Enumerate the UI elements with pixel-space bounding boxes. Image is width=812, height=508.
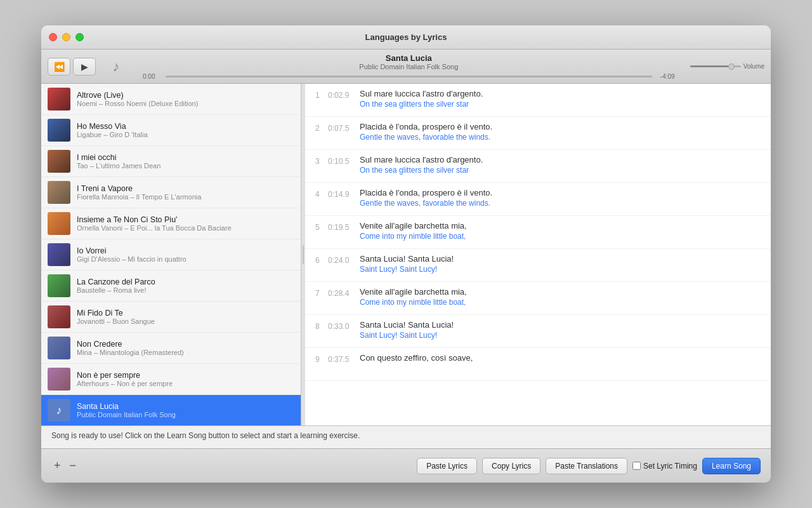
- song-name: Mi Fido Di Te: [77, 309, 294, 318]
- set-lyric-timing-checkbox[interactable]: [632, 462, 641, 470]
- lyric-number: 9: [315, 355, 328, 364]
- add-song-button[interactable]: +: [51, 457, 63, 475]
- song-thumbnail: [48, 88, 70, 110]
- lyric-time: 0:10.5: [328, 157, 355, 166]
- lyric-time: 0:24.0: [328, 256, 355, 265]
- song-name: Non Credere: [77, 340, 294, 349]
- song-artist: Baustelle – Roma live!: [77, 286, 294, 294]
- song-thumbnail: [48, 368, 70, 391]
- song-list: Altrove (Live)Noemi – Rosso Noemi (Delux…: [41, 84, 301, 425]
- set-lyric-timing-label[interactable]: Set Lyric Timing: [632, 462, 697, 471]
- song-thumbnail: [48, 274, 70, 297]
- lyric-row[interactable]: 90:37.5Con questo zeffiro, così soave,: [305, 348, 771, 381]
- lyrics-panel: 10:02.9Sul mare luccica l'astro d'argent…: [305, 84, 771, 425]
- song-name: I miei occhi: [77, 153, 294, 162]
- song-item-noneper[interactable]: Non è per sempreAfterhours – Non è per s…: [41, 364, 301, 395]
- lyric-translation: Come into my nimble little boat,: [360, 232, 761, 241]
- status-message: Song is ready to use! Click on the Learn…: [51, 431, 360, 440]
- lyric-original: Con questo zeffiro, così soave,: [360, 353, 761, 363]
- lyric-original: Sul mare luccica l'astro d'argento.: [360, 89, 761, 98]
- bottom-left: + −: [51, 457, 79, 475]
- song-item-altrove[interactable]: Altrove (Live)Noemi – Rosso Noemi (Delux…: [41, 84, 301, 115]
- song-item-io[interactable]: Io VorreiGigi D'Alessio – Mi faccio in q…: [41, 239, 301, 271]
- progress-area: Santa Lucia Public Domain Italian Folk S…: [143, 53, 675, 80]
- learn-song-button[interactable]: Learn Song: [702, 458, 761, 474]
- song-thumbnail: [48, 150, 70, 173]
- song-item-non[interactable]: Non CredereMina – Minantologia (Remaster…: [41, 333, 301, 364]
- song-item-insieme[interactable]: Insieme a Te Non Ci Sto Piu'Ornella Vano…: [41, 208, 301, 239]
- song-name: Io Vorrei: [77, 246, 294, 255]
- volume-slider[interactable]: [690, 65, 741, 67]
- lyric-original: Venite all'agile barchetta mia,: [360, 221, 761, 231]
- song-artist: Jovanotti – Buon Sangue: [77, 318, 294, 325]
- song-artist: Public Domain Italian Folk Song: [77, 411, 294, 418]
- song-item-canzone[interactable]: La Canzone del ParcoBaustelle – Roma liv…: [41, 271, 301, 302]
- minimize-button[interactable]: [62, 33, 70, 41]
- lyric-row[interactable]: 50:19.5Venite all'agile barchetta mia,Co…: [305, 216, 771, 249]
- song-name: Altrove (Live): [77, 91, 294, 100]
- song-thumbnail: [48, 337, 70, 359]
- song-artist: Mina – Minantologia (Remastered): [77, 349, 294, 356]
- song-item-miei[interactable]: I miei occhiTao – L'ultimo James Dean: [41, 146, 301, 177]
- lyric-number: 6: [315, 256, 328, 265]
- play-icon: ▶: [81, 62, 88, 72]
- lyric-translation: On the sea glitters the silver star: [360, 100, 761, 109]
- song-name: Santa Lucia: [77, 402, 294, 411]
- song-name: La Canzone del Parco: [77, 277, 294, 286]
- volume-fill: [690, 65, 728, 67]
- lyric-time: 0:19.5: [328, 223, 355, 232]
- remove-song-button[interactable]: −: [67, 457, 79, 475]
- lyric-row[interactable]: 80:33.0Santa Lucia! Santa Lucia!Saint Lu…: [305, 315, 771, 348]
- volume-container: Volume: [690, 63, 764, 70]
- lyric-original: Sul mare luccica l'astro d'argento.: [360, 155, 761, 164]
- song-artist: Fiorella Mannoia – Il Tempo E L'armonia: [77, 193, 294, 201]
- divider[interactable]: [301, 84, 305, 425]
- lyric-row[interactable]: 30:10.5Sul mare luccica l'astro d'argent…: [305, 150, 771, 183]
- now-playing-subtitle: Public Domain Italian Folk Song: [359, 63, 458, 70]
- lyric-row[interactable]: 70:28.4Venite all'agile barchetta mia,Co…: [305, 282, 771, 315]
- lyric-translation: Gentle the waves, favorable the winds.: [360, 133, 761, 142]
- close-button[interactable]: [49, 33, 57, 41]
- rewind-button[interactable]: ⏪: [48, 58, 70, 76]
- progress-track[interactable]: [166, 76, 652, 77]
- paste-lyrics-button[interactable]: Paste Lyrics: [417, 458, 477, 474]
- lyric-original: Venite all'agile barchetta mia,: [360, 287, 761, 297]
- song-thumbnail: [48, 181, 70, 204]
- lyric-number: 3: [315, 157, 328, 166]
- lyric-row[interactable]: 10:02.9Sul mare luccica l'astro d'argent…: [305, 84, 771, 117]
- traffic-lights: [49, 33, 84, 41]
- lyric-number: 2: [315, 124, 328, 133]
- lyric-number: 5: [315, 223, 328, 232]
- bottom-toolbar: + − Paste Lyrics Copy Lyrics Paste Trans…: [41, 448, 771, 483]
- song-item-treni[interactable]: I Treni a VaporeFiorella Mannoia – Il Te…: [41, 177, 301, 208]
- title-bar: Languages by Lyrics: [41, 25, 771, 50]
- song-item-ho[interactable]: Ho Messo ViaLigabue – Giro D 'Italia: [41, 115, 301, 146]
- lyric-number: 4: [315, 190, 328, 199]
- lyric-row[interactable]: 60:24.0Santa Lucia! Santa Lucia!Saint Lu…: [305, 249, 771, 282]
- lyric-translation: Gentle the waves, favorable the winds.: [360, 199, 761, 208]
- song-thumbnail: [48, 119, 70, 142]
- lyric-time: 0:14.9: [328, 190, 355, 199]
- main-window: Languages by Lyrics ⏪ ▶ ♪ Santa Lucia Pu…: [41, 25, 771, 483]
- volume-thumb[interactable]: [728, 64, 735, 70]
- lyric-number: 7: [315, 289, 328, 298]
- maximize-button[interactable]: [75, 33, 84, 41]
- copy-lyrics-button[interactable]: Copy Lyrics: [482, 458, 540, 474]
- song-item-mi[interactable]: Mi Fido Di TeJovanotti – Buon Sangue: [41, 302, 301, 333]
- lyric-number: 8: [315, 322, 328, 331]
- lyric-row[interactable]: 40:14.9Placida è l'onda, prospero è il v…: [305, 183, 771, 216]
- play-button[interactable]: ▶: [73, 58, 96, 76]
- song-info: Santa Lucia Public Domain Italian Folk S…: [359, 53, 458, 70]
- paste-translations-button[interactable]: Paste Translations: [546, 458, 627, 474]
- song-thumbnail: [48, 305, 70, 328]
- lyric-translation: Saint Lucy! Saint Lucy!: [360, 331, 761, 340]
- main-content: Altrove (Live)Noemi – Rosso Noemi (Delux…: [41, 84, 771, 425]
- lyric-row[interactable]: 20:07.5Placida è l'onda, prospero è il v…: [305, 117, 771, 150]
- song-thumbnail: [48, 212, 70, 235]
- toolbar: ⏪ ▶ ♪ Santa Lucia Public Domain Italian …: [41, 50, 771, 84]
- lyric-time: 0:28.4: [328, 289, 355, 298]
- lyric-time: 0:07.5: [328, 124, 355, 133]
- lyric-translation: On the sea glitters the silver star: [360, 166, 761, 175]
- song-item-santa[interactable]: ♪Santa LuciaPublic Domain Italian Folk S…: [41, 395, 301, 425]
- song-artist: Ligabue – Giro D 'Italia: [77, 131, 294, 138]
